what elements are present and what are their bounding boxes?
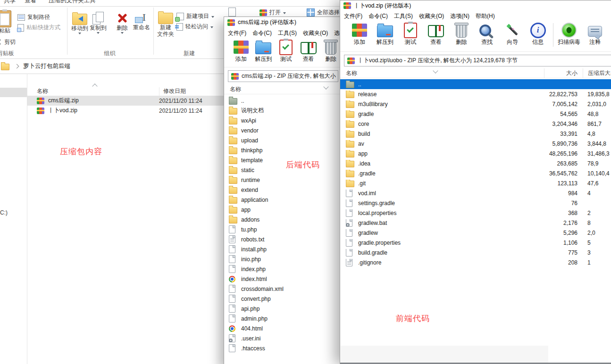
menu-item[interactable]: 命令(C) — [252, 29, 272, 37]
new-folder-button[interactable]: 新建 文件夹 — [154, 10, 177, 37]
column-name[interactable]: 名称 — [340, 68, 544, 78]
menu-item[interactable]: 文件(F) — [228, 29, 246, 37]
archive-row[interactable]: inio.php — [224, 254, 342, 264]
new-item-button[interactable]: 新建项目 — [176, 12, 214, 20]
toolbar-button[interactable]: 向导 — [500, 22, 525, 45]
archive-row[interactable]: runtime — [224, 175, 342, 185]
nav-drive-label[interactable]: C:) — [0, 209, 8, 216]
toolbar-button[interactable]: 查看 — [297, 39, 320, 62]
archive-row[interactable]: app 48,265,196 31,486,3 — [340, 149, 611, 158]
archive-row[interactable]: core 3,204,346 861,7 — [340, 119, 611, 129]
toolbar-button[interactable]: 扫描病毒 — [556, 22, 582, 45]
archive-row[interactable]: convert.php — [224, 294, 342, 304]
menu-item[interactable]: 工具(S) — [394, 12, 413, 20]
archive-row[interactable]: wxApi — [224, 116, 342, 125]
archive-row[interactable]: local.properties 368 2 — [340, 208, 611, 218]
column-name[interactable]: 名称 — [37, 87, 48, 95]
copy-to-button[interactable]: 复制到 — [87, 10, 109, 34]
address-bar[interactable]: cms后端.zip - ZIP 压缩文件, 解包大小 — [228, 70, 338, 82]
paste-shortcut-button[interactable]: 粘贴快捷方式 — [17, 24, 60, 32]
tab-view[interactable]: 查看 — [25, 0, 36, 5]
toolbar-button[interactable]: 查找 — [474, 22, 500, 45]
address-bar[interactable]: 丨卜vod.zip\luobo - ZIP 压缩文件, 解包大小为 124,21… — [344, 55, 611, 66]
toolbar-button[interactable]: 解压到 — [372, 22, 398, 45]
archive-row[interactable]: crossdomain.xml — [224, 284, 342, 294]
archive-row[interactable]: gradle.properties 1,106 5 — [340, 238, 611, 248]
toolbar-button[interactable]: 测试 — [275, 39, 297, 62]
archive-row[interactable]: app — [224, 205, 342, 215]
archive-row[interactable]: .user.ini — [224, 333, 342, 343]
sort-descending-icon[interactable] — [323, 84, 328, 89]
tab-share[interactable]: 共享 — [4, 0, 16, 5]
toolbar-button[interactable]: 注释 — [582, 22, 608, 45]
menu-item[interactable]: 命令(C) — [368, 12, 388, 20]
column-size[interactable]: 大小 — [544, 68, 583, 78]
toolbar-button[interactable]: 添加 — [347, 22, 372, 45]
archive-row[interactable]: admin.php — [224, 314, 342, 323]
archive-row[interactable]: release 22,822,753 19,835,8 — [340, 89, 611, 99]
cut-button[interactable]: 剪切 — [0, 38, 16, 46]
menu-item[interactable]: 收藏夹(O) — [419, 12, 444, 20]
copy-path-button[interactable]: 复制路径 — [17, 13, 50, 21]
toolbar-button[interactable]: 查看 — [423, 22, 449, 45]
toolbar-button[interactable]: 删除 — [449, 22, 474, 45]
archive-row[interactable]: settings.gradle 76 — [340, 198, 611, 208]
archive-row[interactable]: thinkphp — [224, 145, 342, 155]
archive-row[interactable]: build 33,391 4,8 — [340, 129, 611, 139]
rename-button[interactable]: 重命名 — [130, 10, 153, 31]
archive-row[interactable]: robots.txt — [224, 234, 342, 244]
menu-item[interactable]: 文件(F) — [344, 12, 362, 20]
toolbar-button[interactable]: 信息 — [525, 22, 551, 45]
archive-row[interactable]: .gitignore 208 1 — [340, 257, 611, 267]
archive-row[interactable]: .htaccess — [224, 343, 342, 353]
menu-item[interactable]: 帮助(H) — [476, 12, 495, 20]
toolbar-button[interactable]: 测试 — [398, 22, 423, 45]
menu-item[interactable]: 选项(N) — [450, 12, 469, 20]
title-bar[interactable]: 丨卜vod.zip (评估版本) — [340, 0, 611, 11]
archive-row[interactable]: .idea 263,685 78,9 — [340, 158, 611, 168]
toolbar-button[interactable]: 解压到 — [252, 39, 275, 62]
archive-row[interactable]: upload — [224, 135, 342, 145]
toolbar-button[interactable]: 添加 — [230, 39, 252, 62]
title-bar[interactable]: cms后端.zip (评估版本) — [224, 17, 342, 28]
archive-row[interactable]: av 5,890,736 3,844,8 — [340, 139, 611, 149]
column-name[interactable]: 名称 — [230, 85, 241, 93]
archive-row[interactable]: .gradle 36,545,762 10,140,4 — [340, 168, 611, 178]
nav-selected-item[interactable] — [0, 88, 27, 97]
archive-row[interactable]: .. — [224, 96, 342, 106]
archive-row[interactable]: install.php — [224, 244, 342, 254]
open-button[interactable]: 打开 — [259, 8, 286, 17]
archive-row[interactable]: gradlew 5,296 2,0 — [340, 228, 611, 238]
easy-access-button[interactable]: 轻松访问 — [176, 23, 213, 31]
menu-item[interactable]: 收藏夹(O) — [303, 29, 328, 37]
archive-row[interactable]: .. — [340, 79, 611, 89]
archive-row[interactable]: index.html — [224, 274, 342, 284]
paste-button[interactable]: 粘贴 — [0, 10, 16, 34]
column-date[interactable]: 修改日期 — [159, 87, 186, 96]
sort-ascending-icon[interactable] — [92, 83, 97, 89]
archive-row[interactable]: gradlew.bat 2,176 8 — [340, 218, 611, 228]
archive-row[interactable]: index.php — [224, 264, 342, 274]
entry-name: build.gradle — [358, 249, 387, 256]
menu-item[interactable]: 工具(S) — [278, 29, 297, 37]
archive-row[interactable]: build.gradle 775 3 — [340, 248, 611, 257]
select-all-button[interactable]: 全部选择 — [307, 8, 340, 17]
archive-row[interactable]: addons — [224, 215, 342, 224]
breadcrumb-path[interactable]: 萝卜云打包前后端 — [23, 62, 70, 70]
column-packed-size[interactable]: 压缩后大小 — [583, 68, 611, 78]
archive-row[interactable]: vendor — [224, 125, 342, 135]
archive-row[interactable]: m3u8library 7,005,142 2,031,0 — [340, 99, 611, 109]
archive-row[interactable]: api.php — [224, 304, 342, 314]
archive-row[interactable]: static — [224, 165, 342, 175]
toolbar-button[interactable]: 删除 — [319, 39, 342, 62]
tab-compressed-tools[interactable]: 压缩的文件夹工具 — [49, 0, 96, 5]
archive-row[interactable]: extend — [224, 185, 342, 195]
archive-row[interactable]: 说明文档 — [224, 106, 342, 116]
archive-row[interactable]: application — [224, 195, 342, 205]
archive-row[interactable]: template — [224, 155, 342, 165]
archive-row[interactable]: 404.html — [224, 323, 342, 333]
archive-row[interactable]: vod.iml 984 4 — [340, 188, 611, 198]
archive-row[interactable]: tu.php — [224, 224, 342, 234]
archive-row[interactable]: .git 123,113 47,6 — [340, 178, 611, 188]
archive-row[interactable]: gradle 54,565 48,8 — [340, 109, 611, 119]
